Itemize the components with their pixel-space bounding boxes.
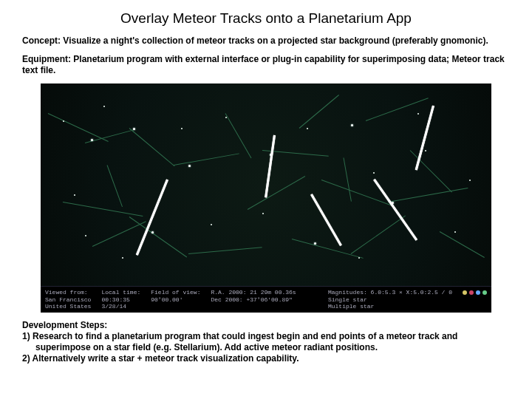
steps-heading: Development Steps: — [22, 320, 510, 331]
meteor-track — [265, 135, 275, 198]
step-1: 1) Research to find a planetarium progra… — [22, 331, 510, 353]
info-ra: R.A. 2000: 21 29m 00.36s — [211, 289, 296, 296]
meteor-track — [310, 194, 341, 246]
concept-text: Visualize a night's collection of meteor… — [63, 35, 488, 46]
info-localtime-label: Local time: — [101, 289, 140, 296]
info-multiple-star: Multiple star — [328, 303, 452, 310]
equipment-label: Equipment: — [22, 54, 71, 64]
planetarium-image: Viewed from: San Francisco United States… — [41, 83, 491, 313]
page-title: Overlay Meteor Tracks onto a Planetarium… — [22, 10, 510, 27]
info-fov-value: 90°00.00' — [151, 296, 200, 304]
info-location-city: San Francisco — [45, 296, 91, 304]
planetarium-infobar: Viewed from: San Francisco United States… — [41, 286, 491, 313]
meteor-track — [415, 106, 434, 171]
info-viewed-from-label: Viewed from: — [45, 289, 91, 296]
info-dec: Dec 2000: +37°06'00.89" — [211, 296, 296, 304]
info-date: 3/28/14 — [101, 303, 140, 310]
info-time: 00:30:35 — [101, 296, 140, 304]
development-steps: Development Steps: 1) Research to find a… — [22, 320, 510, 364]
legend-dots — [463, 290, 487, 295]
info-magnitudes: Magnitudes: 6.0:5.3 × X:5.0:2.5 / 0 — [328, 289, 452, 296]
meteor-track — [136, 180, 168, 256]
info-fov-label: Field of view: — [151, 289, 200, 296]
info-location-country: United States — [45, 303, 91, 310]
concept-line: Concept: Visualize a night's collection … — [22, 35, 510, 47]
equipment-text: Planetarium program with external interf… — [22, 54, 505, 75]
step-2: 2) Alternatively write a star + meteor t… — [22, 353, 510, 364]
meteor-track — [373, 179, 417, 240]
info-single-star: Single star — [328, 296, 452, 304]
equipment-line: Equipment: Planetarium program with exte… — [22, 54, 510, 76]
concept-label: Concept: — [22, 35, 61, 46]
